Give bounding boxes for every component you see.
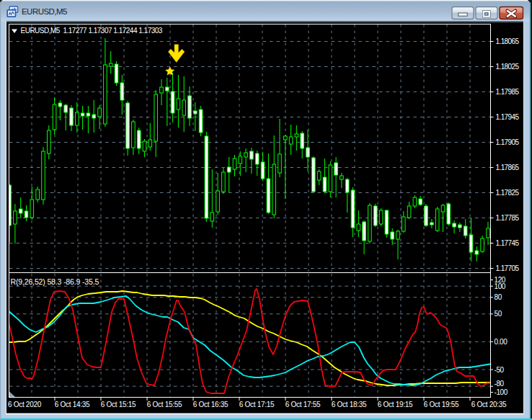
svg-text:6 Oct 15:15: 6 Oct 15:15 — [101, 401, 136, 408]
svg-text:EURUSD,M5: EURUSD,M5 — [22, 7, 67, 16]
svg-text:-100: -100 — [495, 388, 508, 396]
svg-text:100: 100 — [495, 282, 506, 290]
svg-text:1.17745: 1.17745 — [496, 239, 520, 247]
svg-text:1.18025: 1.18025 — [496, 63, 520, 71]
svg-text:EURUSD,M5 1.17277 1.17307 1.1: EURUSD,M5 1.17277 1.17307 1.17244 1.1730… — [21, 27, 163, 35]
svg-text:0.00: 0.00 — [495, 338, 508, 346]
svg-text:1.17825: 1.17825 — [496, 189, 520, 197]
svg-text:1.17945: 1.17945 — [496, 113, 520, 121]
svg-text:1.17985: 1.17985 — [496, 88, 520, 96]
svg-text:50: 50 — [495, 310, 502, 318]
svg-text:6 Oct 15:55: 6 Oct 15:55 — [147, 401, 182, 408]
svg-text:6 Oct 14:35: 6 Oct 14:35 — [55, 401, 90, 408]
svg-text:6 Oct 19:55: 6 Oct 19:55 — [424, 401, 459, 408]
svg-text:-50: -50 — [495, 366, 505, 374]
svg-text:1.17905: 1.17905 — [496, 138, 520, 146]
svg-text:6 Oct 20:35: 6 Oct 20:35 — [471, 401, 507, 408]
svg-text:6 Oct 19:15: 6 Oct 19:15 — [378, 401, 413, 408]
svg-text:6 Oct 2020: 6 Oct 2020 — [8, 401, 42, 408]
svg-text:R(9,26,52) 58.3 -86.9 -35.5: R(9,26,52) 58.3 -86.9 -35.5 — [11, 277, 99, 286]
svg-text:1.17785: 1.17785 — [496, 214, 520, 222]
svg-text:1.18065: 1.18065 — [496, 37, 520, 45]
svg-text:6 Oct 17:55: 6 Oct 17:55 — [285, 401, 321, 408]
svg-text:6 Oct 16:35: 6 Oct 16:35 — [193, 401, 229, 408]
svg-text:80: 80 — [495, 293, 502, 301]
svg-text:1.17705: 1.17705 — [496, 264, 520, 272]
svg-text:-80: -80 — [495, 380, 505, 388]
svg-text:6 Oct 17:15: 6 Oct 17:15 — [239, 401, 275, 408]
svg-text:6 Oct 18:35: 6 Oct 18:35 — [332, 401, 367, 408]
svg-text:1.17865: 1.17865 — [496, 164, 520, 171]
